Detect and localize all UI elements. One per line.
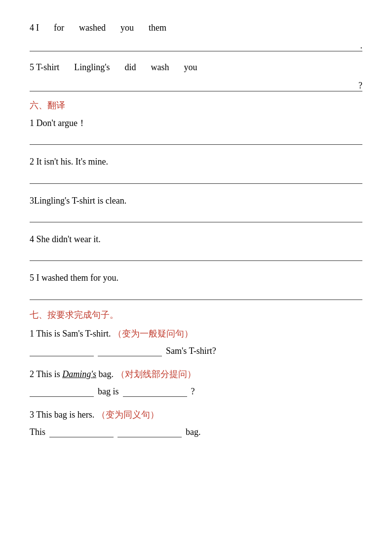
trans-item-3: 3Lingling's T-shirt is clean. xyxy=(30,193,362,222)
trans-item-2: 2 It isn't his. It's mine. xyxy=(30,154,362,183)
q4-end-char: . xyxy=(360,41,363,51)
complete-item-3: 3 This bag is hers. （变为同义句） xyxy=(30,406,362,424)
trans-q5-content: 5 I washed them for you. xyxy=(30,273,118,283)
trans-q5-text: 5 I washed them for you. xyxy=(30,270,362,286)
complete-q3-blank2[interactable] xyxy=(118,427,182,437)
complete-q3-blank1[interactable] xyxy=(49,427,114,437)
complete-q2-suffix: ? xyxy=(191,386,195,397)
q4-number: 4 xyxy=(30,20,34,36)
trans-q5-line xyxy=(30,289,362,300)
complete-q2-text-start: This is xyxy=(36,369,62,379)
complete-q1-num: 1 xyxy=(30,329,36,339)
q5-words: T-shirt Lingling's did wash you xyxy=(36,59,197,75)
complete-item-2: 2 This is Daming's bag. （对划线部分提问） xyxy=(30,365,362,383)
complete-q1-answer-row: Sam's T-shirt? xyxy=(30,345,362,356)
section-6-header: 六、翻译 xyxy=(30,99,362,111)
q5-answer-line: ? xyxy=(30,81,362,91)
trans-q1-text: 1 Don't argue！ xyxy=(30,115,362,131)
trans-item-1: 1 Don't argue！ xyxy=(30,115,362,145)
complete-q2-num: 2 xyxy=(30,369,36,379)
complete-q3-answer-row: This bag. xyxy=(30,427,362,437)
complete-q3-note: （变为同义句） xyxy=(97,410,159,420)
complete-q3-num: 3 xyxy=(30,410,36,420)
section-4: 4 I for washed you them . xyxy=(30,20,362,51)
trans-q4-content: 4 She didn't wear it. xyxy=(30,234,101,244)
complete-item-1: 1 This is Sam's T-shirt. （变为一般疑问句） xyxy=(30,325,362,342)
complete-q3-prefix: This xyxy=(30,427,45,437)
q5-number: 5 xyxy=(30,59,34,75)
complete-q2-mid: bag is xyxy=(98,386,119,397)
complete-q2-text-end: bag. xyxy=(96,369,114,379)
section-5: 5 T-shirt Lingling's did wash you ? xyxy=(30,59,362,91)
trans-q3-line xyxy=(30,212,362,222)
complete-q2-answer-row: bag is ? xyxy=(30,386,362,397)
trans-item-4: 4 She didn't wear it. xyxy=(30,231,362,261)
complete-q2-blank2[interactable] xyxy=(123,386,187,397)
trans-q3-text: 3Lingling's T-shirt is clean. xyxy=(30,193,362,209)
complete-q1-suffix: Sam's T-shirt? xyxy=(166,346,216,356)
word-4-3: washed xyxy=(79,20,106,36)
q5-end-char: ? xyxy=(358,81,362,91)
q5-words-row: 5 T-shirt Lingling's did wash you xyxy=(30,59,362,77)
trans-q2-line xyxy=(30,173,362,184)
trans-q2-num: 2 xyxy=(30,157,37,167)
word-5-1: T-shirt xyxy=(36,59,59,75)
word-5-2: Lingling's xyxy=(74,59,110,75)
trans-q2-content: It isn't his. It's mine. xyxy=(37,157,109,167)
complete-q2-blank1[interactable] xyxy=(30,386,94,397)
word-5-5: you xyxy=(184,59,197,75)
word-4-1: I xyxy=(36,20,39,36)
trans-item-5: 5 I washed them for you. xyxy=(30,270,362,299)
trans-q4-line xyxy=(30,250,362,261)
q4-answer-line: . xyxy=(30,41,362,51)
complete-q1-note: （变为一般疑问句） xyxy=(113,329,193,339)
complete-q1-blank2[interactable] xyxy=(98,345,162,356)
complete-q2-note: （对划线部分提问） xyxy=(116,369,196,379)
word-4-5: them xyxy=(149,20,166,36)
trans-q3-content: 3Lingling's T-shirt is clean. xyxy=(30,196,126,206)
section-6: 六、翻译 1 Don't argue！ 2 It isn't his. It's… xyxy=(30,99,362,300)
trans-q1-num: 1 xyxy=(30,118,37,128)
q4-words-row: 4 I for washed you them xyxy=(30,20,362,38)
trans-q4-text: 4 She didn't wear it. xyxy=(30,231,362,247)
complete-q3-suffix: bag. xyxy=(186,427,201,437)
complete-q1-text: This is Sam's T-shirt. xyxy=(36,329,111,339)
complete-q3-text: This bag is hers. xyxy=(36,410,94,420)
word-4-2: for xyxy=(54,20,64,36)
trans-q1-line xyxy=(30,134,362,145)
word-5-4: wash xyxy=(151,59,169,75)
complete-q1-blank1[interactable] xyxy=(30,345,94,356)
q4-words: I for washed you them xyxy=(36,20,166,36)
section-7-header: 七、按要求完成句子。 xyxy=(30,309,362,321)
trans-q2-text: 2 It isn't his. It's mine. xyxy=(30,154,362,170)
trans-q1-content: Don't argue！ xyxy=(37,118,86,128)
complete-q2-underline: Daming's xyxy=(62,369,96,379)
word-4-4: you xyxy=(120,20,134,36)
section-7: 七、按要求完成句子。 1 This is Sam's T-shirt. （变为一… xyxy=(30,309,362,437)
word-5-3: did xyxy=(125,59,136,75)
